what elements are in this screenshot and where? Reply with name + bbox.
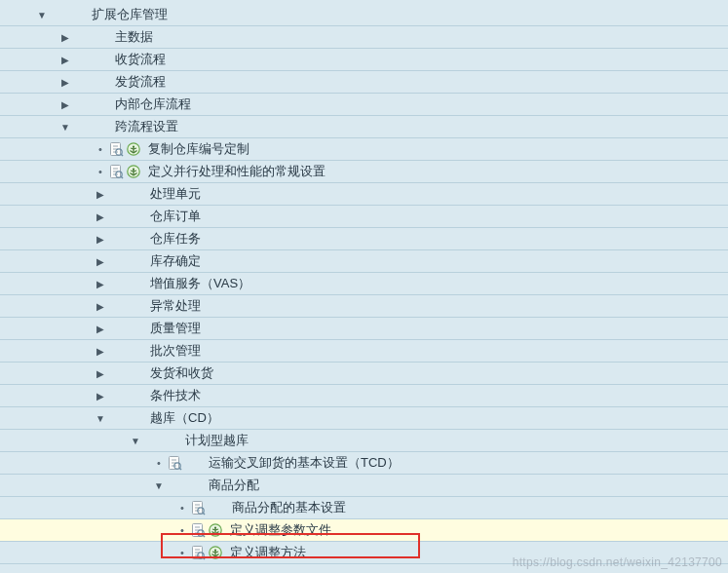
tree-node[interactable]: ▶批次管理: [0, 340, 728, 363]
execute-icon[interactable]: [208, 545, 223, 560]
expand-icon[interactable]: ▶: [94, 322, 107, 335]
collapse-icon[interactable]: ▼: [35, 8, 49, 21]
tree-node[interactable]: ▼跨流程设置: [0, 116, 728, 138]
tree-node[interactable]: ▶仓库任务: [0, 228, 728, 250]
svg-line-37: [203, 513, 205, 515]
tree-node[interactable]: ▼计划型越库: [0, 430, 728, 452]
tree-node-label: 主数据: [109, 28, 153, 46]
tree-node[interactable]: •定义调整参数文件: [0, 519, 728, 542]
tree-node[interactable]: ▼扩展仓库管理: [0, 4, 728, 26]
tree-node[interactable]: •商品分配的基本设置: [0, 497, 728, 519]
svg-line-43: [203, 535, 205, 537]
tree-node[interactable]: ▶库存确定: [0, 250, 728, 273]
tree-node-label: 计划型越库: [179, 432, 249, 449]
leaf-marker: •: [175, 547, 189, 558]
svg-line-31: [179, 468, 181, 470]
leaf-marker: •: [175, 524, 189, 536]
tree-node-label: 复制仓库编号定制: [142, 140, 249, 158]
tree-node-label: 内部仓库流程: [109, 96, 191, 113]
tree-node[interactable]: ▶处理单元: [0, 183, 728, 206]
tree-node[interactable]: ▶内部仓库流程: [0, 94, 728, 116]
svg-line-5: [121, 154, 123, 156]
execute-icon[interactable]: [126, 164, 141, 179]
leaf-marker: •: [94, 166, 107, 177]
tree-node-label: 发货和收货: [144, 364, 213, 382]
tree-node[interactable]: ▶条件技术: [0, 385, 728, 407]
tree-node-label: 仓库任务: [144, 230, 201, 248]
collapse-icon[interactable]: ▼: [94, 411, 107, 425]
collapse-icon[interactable]: ▼: [129, 434, 142, 447]
tree-node[interactable]: ▶发货流程: [0, 71, 728, 94]
tree-node[interactable]: •复制仓库编号定制: [0, 138, 728, 161]
tree-node-label: 商品分配的基本设置: [226, 499, 346, 516]
expand-icon[interactable]: ▶: [58, 75, 72, 89]
tree-node-label: 定义调整方法: [224, 544, 306, 561]
tree-node-label: 扩展仓库管理: [86, 6, 168, 23]
tree-node-label: 仓库订单: [144, 208, 201, 225]
tree-node-label: 库存确定: [144, 252, 201, 270]
expand-icon[interactable]: ▶: [94, 232, 107, 246]
tree-node-label: 跨流程设置: [109, 118, 178, 135]
expand-icon[interactable]: ▶: [94, 187, 107, 201]
document-icon: [190, 522, 206, 538]
tree-node[interactable]: •定义并行处理和性能的常规设置: [0, 161, 728, 183]
expand-icon[interactable]: ▶: [94, 254, 107, 268]
tree-node-label: 越库（CD）: [144, 409, 219, 427]
tree-node[interactable]: ▶质量管理: [0, 318, 728, 340]
tree-node-label: 条件技术: [144, 387, 201, 404]
tree-node-label: 收货流程: [109, 51, 166, 68]
tree-node-label: 处理单元: [144, 185, 201, 203]
navigation-tree: ▼扩展仓库管理▶主数据▶收货流程▶发货流程▶内部仓库流程▼跨流程设置•复制仓库编…: [0, 0, 728, 564]
tree-node-label: 质量管理: [144, 320, 201, 337]
tree-node-label: 商品分配: [203, 477, 259, 494]
document-icon: [190, 500, 206, 516]
tree-node[interactable]: ▶发货和收货: [0, 363, 728, 385]
leaf-marker: •: [175, 502, 189, 514]
execute-icon[interactable]: [126, 141, 141, 157]
execute-icon[interactable]: [208, 522, 223, 538]
svg-line-18: [121, 176, 123, 178]
tree-node-label: 异常处理: [144, 297, 201, 315]
expand-icon[interactable]: ▶: [94, 344, 107, 358]
tree-node[interactable]: •运输交叉卸货的基本设置（TCD）: [0, 452, 728, 475]
tree-node[interactable]: ▶收货流程: [0, 49, 728, 71]
expand-icon[interactable]: ▶: [58, 30, 72, 44]
expand-icon[interactable]: ▶: [94, 299, 107, 313]
tree-node-label: 运输交叉卸货的基本设置（TCD）: [203, 454, 400, 472]
tree-node[interactable]: ▶异常处理: [0, 295, 728, 318]
tree-node[interactable]: ▼商品分配: [0, 475, 728, 497]
tree-node-label: 定义调整参数文件: [224, 521, 331, 539]
tree-node[interactable]: ▼越库（CD）: [0, 407, 728, 430]
collapse-icon[interactable]: ▼: [152, 478, 166, 492]
svg-line-56: [203, 557, 205, 559]
collapse-icon[interactable]: ▼: [58, 120, 72, 134]
expand-icon[interactable]: ▶: [94, 389, 107, 402]
expand-icon[interactable]: ▶: [94, 210, 107, 223]
watermark: https://blog.csdn.net/weixin_42137700: [513, 555, 722, 569]
tree-node-label: 批次管理: [144, 342, 201, 360]
document-icon: [108, 164, 124, 179]
document-icon: [108, 141, 124, 157]
expand-icon[interactable]: ▶: [58, 53, 72, 66]
expand-icon[interactable]: ▶: [94, 277, 107, 290]
document-icon: [167, 455, 182, 471]
expand-icon[interactable]: ▶: [58, 97, 72, 111]
leaf-marker: •: [152, 457, 166, 469]
tree-node[interactable]: ▶增值服务（VAS）: [0, 273, 728, 295]
expand-icon[interactable]: ▶: [94, 366, 107, 380]
tree-node[interactable]: ▶仓库订单: [0, 206, 728, 228]
tree-node-label: 发货流程: [109, 73, 166, 91]
tree-node-label: 增值服务（VAS）: [144, 275, 250, 292]
tree-node-label: 定义并行处理和性能的常规设置: [142, 163, 326, 180]
document-icon: [190, 545, 206, 560]
leaf-marker: •: [94, 143, 107, 155]
tree-node[interactable]: ▶主数据: [0, 26, 728, 49]
